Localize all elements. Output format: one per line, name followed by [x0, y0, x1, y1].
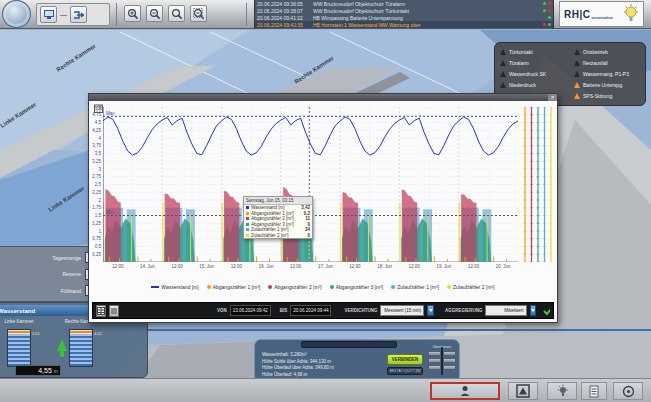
bis-label: BIS — [280, 308, 288, 313]
lighting-button[interactable] — [547, 382, 577, 400]
tooltip-row: Abgangszähler 2 [m³]11 — [244, 216, 312, 222]
chevron-down-icon[interactable] — [427, 305, 434, 316]
report-button[interactable] — [581, 382, 607, 400]
info-panel-nameplate — [301, 341, 397, 348]
connect-button[interactable]: VERBINDEN — [387, 354, 423, 365]
alarm-indicator-ortsbetrieb[interactable]: Ortsbetrieb — [574, 47, 640, 57]
settings-button[interactable] — [613, 382, 643, 400]
gate-bar — [443, 365, 456, 370]
tooltip-value: 11 — [305, 216, 310, 221]
x-tick-label: 12:00 — [103, 264, 133, 269]
session-value: — — [60, 11, 67, 18]
legend-item[interactable]: Zulaufzähler 2 [m³] — [447, 284, 495, 290]
zoom-out-button[interactable] — [146, 5, 163, 22]
zoom-reset-button[interactable] — [168, 5, 185, 22]
y-tick-label: 5 — [98, 105, 101, 110]
close-icon[interactable]: × — [548, 94, 557, 101]
legend-label: Abgangszähler 1 [m³] — [213, 284, 261, 290]
display-button[interactable] — [40, 6, 57, 23]
alarm-indicator-batterie-unterspg-[interactable]: Batterie Unterspg. — [574, 80, 640, 90]
legend-item[interactable]: Zulaufzähler 1 [m³] — [391, 284, 439, 290]
table-view-button[interactable] — [96, 305, 106, 317]
from-date-field[interactable]: 13.06.2024 09:42 — [230, 305, 271, 316]
warning-triangle-icon — [574, 93, 580, 99]
window-titlebar[interactable]: × — [89, 94, 557, 101]
apply-check-icon[interactable] — [543, 306, 550, 316]
y-tick-label: 4,75 — [92, 112, 101, 117]
y-tick-label: 2,25 — [92, 190, 101, 195]
zoom-selection-icon — [193, 8, 205, 20]
alarm-indicator-t-ralarm[interactable]: Türalarm — [500, 58, 566, 68]
bottom-taskbar — [0, 378, 651, 402]
y-tick-label: 4 — [98, 136, 101, 141]
alarm-label: Wasserdruck SK — [509, 71, 546, 77]
aggregation-select[interactable]: Mittelwert — [485, 305, 526, 316]
alarm-indicator-niederdruck[interactable]: Niederdruck — [500, 80, 566, 90]
chevron-down-icon[interactable] — [530, 305, 537, 316]
to-date-field[interactable]: 20.06.2024 09:44 — [290, 305, 331, 316]
event-log-row[interactable]: 20.06.2024 09:38:07WW Bruckneudorf Objek… — [255, 7, 553, 14]
alarm-indicator-wassermang-p1-p3[interactable]: Wassermang. P1-P3 — [574, 69, 640, 79]
level-unit: m — [54, 368, 58, 374]
y-tick-label: 4,25 — [92, 128, 101, 133]
zoom-button-group — [124, 5, 207, 22]
alarm-indicator-sps-st-rung[interactable]: SPS-Störung — [574, 91, 640, 101]
pump-station-button[interactable] — [508, 382, 538, 400]
person-icon — [459, 385, 471, 397]
compression-select[interactable]: Messwert (15 min) — [380, 305, 424, 316]
zoom-selection-button[interactable] — [190, 5, 207, 22]
y-tick-label: 4,5 — [95, 120, 101, 125]
legend-item[interactable]: Abgangszähler 1 [m³] — [207, 284, 261, 290]
brand-name: RH|C — [564, 9, 590, 20]
y-tick-label: 3,75 — [92, 143, 101, 148]
zoom-out-icon — [149, 8, 161, 20]
legend-label: Wasserstand [m] — [161, 284, 198, 290]
tooltip-series-swatch — [246, 217, 249, 220]
tank-marker-value: 4,62 — [94, 331, 102, 336]
x-tick-label: 15. Jun — [192, 264, 222, 269]
event-log-row[interactable]: 20.06.2024 09:41:22HB Wimpassing Batteri… — [255, 14, 553, 21]
legend-item[interactable]: Abgangszähler 3 [m³] — [330, 284, 384, 290]
event-text: WW Bruckneudorf Objektschutz Türalarm — [313, 1, 541, 7]
event-log-row[interactable]: 20.06.2024 09:42:35HB Hornstein 1 Wasser… — [255, 21, 553, 28]
event-log-row[interactable]: 20.06.2024 09:36:05WW Bruckneudorf Objek… — [255, 0, 553, 7]
alarm-indicator-netzausfall[interactable]: Netzausfall — [574, 58, 640, 68]
tank-gauge-left: Linke Kammer4,62 — [0, 319, 39, 367]
export-button[interactable] — [109, 305, 119, 317]
tank-body — [7, 329, 31, 367]
y-tick-label: 1,25 — [92, 221, 101, 226]
lamp-icon — [556, 384, 569, 398]
event-text: WW Bruckneudorf Objektschutz Türkontakt — [313, 8, 541, 14]
acknowledge-button[interactable]: BESTÄT./QUITT.[M] — [387, 367, 423, 375]
logout-icon[interactable] — [70, 6, 87, 23]
stat-label: Füllstand — [61, 288, 81, 294]
event-time: 20.06.2024 09:38:07 — [257, 8, 313, 14]
session-group: — — [36, 3, 110, 26]
tank-label: Linke Kammer — [0, 319, 39, 329]
red-status-dot — [548, 9, 551, 12]
y-tick-label: 0,25 — [92, 252, 101, 257]
tank-gauge-right: Rechte Kammer4,62 — [61, 319, 101, 367]
operator-button[interactable] — [430, 382, 500, 400]
tooltip-row: Zulaufzähler 2 [m³]0 — [244, 233, 312, 239]
aggregierung-label: AGGREGIERUNG — [445, 308, 483, 313]
toolbar-separator — [246, 3, 247, 26]
y-tick-label: 0,75 — [92, 236, 101, 241]
tooltip-series-swatch — [246, 223, 249, 226]
chart-toolbar: VON 13.06.2024 09:42 BIS 20.06.2024 09:4… — [92, 302, 554, 319]
event-time: 20.06.2024 09:41:22 — [257, 15, 313, 21]
x-tick-label: 12:00 — [340, 264, 370, 269]
x-tick-label: 12:00 — [399, 264, 429, 269]
warning-triangle-icon — [574, 60, 580, 66]
legend-dot-swatch — [391, 285, 395, 289]
alarm-label: Niederdruck — [509, 82, 536, 88]
alarm-indicator-wasserdruck-sk[interactable]: Wasserdruck SK — [500, 69, 566, 79]
tank-max-marker — [70, 331, 92, 333]
gate-stem-handle[interactable] — [441, 347, 443, 375]
tooltip-series-swatch — [246, 206, 249, 209]
legend-item[interactable]: Abgangszähler 2 [m³] — [268, 284, 322, 290]
zoom-in-button[interactable] — [124, 5, 141, 22]
x-tick-label: 12:00 — [281, 264, 311, 269]
legend-item[interactable]: Wasserstand [m] — [151, 284, 198, 290]
alarm-indicator-t-rkontakt[interactable]: Türkontakt — [500, 47, 566, 57]
